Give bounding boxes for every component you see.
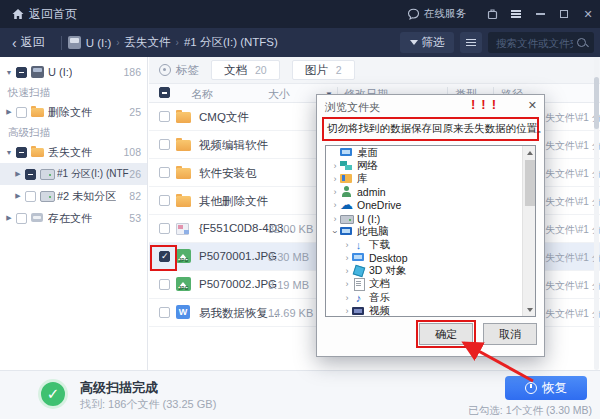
dialog-close-icon[interactable]: ✕	[528, 99, 537, 112]
caret-right-icon[interactable]: ▶	[4, 108, 14, 116]
ok-button[interactable]: 确定	[419, 323, 473, 345]
tree-item-network[interactable]: ›网络	[326, 159, 535, 172]
item-count: 53	[129, 212, 141, 224]
caret-right-icon[interactable]: ▶	[13, 192, 23, 200]
tree-item-3d-objects[interactable]: ›3D 对象	[326, 265, 535, 278]
breadcrumb-lost-files[interactable]: 丢失文件	[125, 35, 171, 50]
file-path: 失文件\#1 分...	[545, 307, 600, 321]
found-summary: 找到: 186个文件 (33.25 GB)	[80, 397, 216, 412]
sidebar-item-deleted-files[interactable]: ▶ 删除文件 25	[0, 101, 147, 123]
caret-down-icon[interactable]: ▼	[4, 69, 14, 76]
warning-text: 切勿将找到的数据保存回原来丢失数据的位置。	[327, 122, 534, 136]
search-icon[interactable]	[575, 36, 589, 50]
tree-scrollbar[interactable]	[522, 146, 535, 316]
tree-item-downloads[interactable]: ›↓下载	[326, 238, 535, 251]
cloud-icon: ☁	[340, 199, 353, 211]
browse-folder-dialog: 浏览文件夹 !!! ✕ 切勿将找到的数据保存回原来丢失数据的位置。 ›桌面 ›网…	[316, 94, 545, 357]
checkbox-unchecked[interactable]	[16, 213, 27, 224]
file-name: 视频编辑软件	[199, 138, 268, 153]
recover-button[interactable]: 恢复	[505, 376, 587, 400]
row-checkbox[interactable]	[159, 279, 170, 290]
scroll-down-icon[interactable]	[523, 303, 536, 316]
breadcrumb-partition[interactable]: #1 分区(I:) (NTFS)	[184, 35, 278, 50]
title-bar: 返回首页 在线服务 ✕	[0, 0, 600, 28]
file-path: 失文件\#1 分...	[545, 251, 600, 265]
sidebar-item-partition-2[interactable]: ▶ #2 未知分区 82	[0, 185, 147, 207]
menu-icon[interactable]	[504, 0, 528, 28]
caret-right-icon[interactable]: ▶	[4, 214, 14, 222]
row-checkbox[interactable]	[159, 111, 170, 122]
caret-down-icon[interactable]: ▼	[4, 149, 14, 156]
tab-count: 2	[336, 64, 342, 76]
tree-item-libraries[interactable]: ›库	[326, 172, 535, 185]
scroll-up-icon[interactable]	[523, 146, 536, 159]
file-path: 失文件\#1 分...	[545, 223, 600, 237]
filter-label: 筛选	[422, 35, 445, 50]
breadcrumb-drive[interactable]: U (I:)	[86, 37, 112, 49]
checkbox-unchecked[interactable]	[16, 107, 27, 118]
filter-button[interactable]: 筛选	[400, 32, 454, 53]
tab-count: 20	[255, 64, 267, 76]
back-label: 返回	[21, 34, 45, 51]
tree-item-music[interactable]: ›♪音乐	[326, 291, 535, 304]
search-input[interactable]	[488, 37, 575, 49]
cube-3d-icon	[352, 265, 365, 277]
desktop-icon	[340, 147, 353, 159]
row-checkbox[interactable]	[159, 195, 170, 206]
back-button[interactable]: ‹ 返回	[0, 34, 55, 51]
navigation-toolbar: ‹ 返回 U (I:) › 丢失文件 › #1 分区(I:) (NTFS) 筛选	[0, 28, 600, 57]
row-checkbox[interactable]	[159, 223, 170, 234]
tree-item-admin[interactable]: ›admin	[326, 186, 535, 199]
folder-tree: ›桌面 ›网络 ›库 ›admin ›☁OneDrive ›U (I:) ›此电…	[325, 145, 536, 317]
maximize-button[interactable]	[552, 0, 576, 28]
sidebar-item-partition-1[interactable]: ▶ #1 分区(I:) (NTFS) 26	[0, 163, 147, 185]
tab-documents[interactable]: 文档 20	[211, 60, 280, 80]
online-service-button[interactable]: 在线服务	[407, 7, 466, 21]
select-all-checkbox[interactable]	[159, 87, 170, 98]
sidebar-item-existing-files[interactable]: ▶ 存在文件 53	[0, 207, 147, 229]
sidebar-item-root-drive[interactable]: ▼ U (I:) 186	[0, 61, 147, 83]
header-size[interactable]: 大小	[268, 87, 290, 102]
scan-status: 高级扫描完成	[80, 379, 158, 397]
header-name[interactable]: 名称	[191, 87, 213, 102]
tree-item-desktop-root[interactable]: ›桌面	[326, 146, 535, 159]
sidebar-item-lost-files[interactable]: ▼ 丢失文件 108	[0, 141, 147, 163]
word-doc-icon	[176, 305, 190, 319]
home-label: 返回首页	[29, 6, 77, 23]
file-name: 易我数据恢复...	[199, 306, 278, 321]
scrollbar[interactable]	[594, 57, 599, 370]
tree-item-usb-drive[interactable]: ›U (I:)	[326, 212, 535, 225]
sidebar-label: U (I:)	[48, 66, 72, 78]
scan-result-sidebar: ▼ U (I:) 186 快速扫描 ▶ 删除文件 25 高级扫描 ▼ 丢失文件 …	[0, 57, 148, 370]
tree-item-videos[interactable]: ›视频	[326, 304, 535, 317]
view-options-button[interactable]	[460, 32, 482, 53]
tree-item-onedrive[interactable]: ›☁OneDrive	[326, 199, 535, 212]
checkbox-partial[interactable]	[25, 169, 36, 180]
folder-icon	[176, 110, 191, 123]
scrollbar-thumb[interactable]	[525, 160, 535, 206]
annotation-warning-box: 切勿将找到的数据保存回原来丢失数据的位置。	[322, 117, 539, 141]
row-checkbox[interactable]	[159, 167, 170, 178]
checkbox-partial[interactable]	[16, 67, 27, 78]
row-checkbox[interactable]	[159, 307, 170, 318]
checkbox-unchecked[interactable]	[25, 191, 36, 202]
breadcrumb: U (I:) › 丢失文件 › #1 分区(I:) (NTFS)	[68, 35, 278, 50]
partition-icon	[40, 191, 53, 203]
download-icon: ↓	[352, 239, 365, 251]
chat-bubble-icon	[407, 8, 420, 21]
tree-item-desktop-folder[interactable]: ›Desktop	[326, 252, 535, 265]
checkbox-partial[interactable]	[16, 147, 27, 158]
feedback-icon[interactable]	[480, 0, 504, 28]
back-to-home-button[interactable]: 返回首页	[0, 0, 89, 28]
close-button[interactable]: ✕	[576, 0, 600, 28]
sidebar-label: 丢失文件	[48, 145, 92, 160]
scrollbar-thumb[interactable]	[594, 77, 599, 129]
tree-item-this-pc[interactable]: ›此电脑	[326, 225, 535, 238]
tab-pictures[interactable]: 图片 2	[292, 60, 355, 80]
minimize-button[interactable]	[528, 0, 552, 28]
caret-right-icon[interactable]: ▶	[13, 170, 23, 178]
tree-item-documents[interactable]: ›文档	[326, 278, 535, 291]
cancel-button[interactable]: 取消	[483, 323, 537, 345]
row-checkbox[interactable]	[159, 139, 170, 150]
file-path: 失文件\#1 分...	[545, 139, 600, 153]
